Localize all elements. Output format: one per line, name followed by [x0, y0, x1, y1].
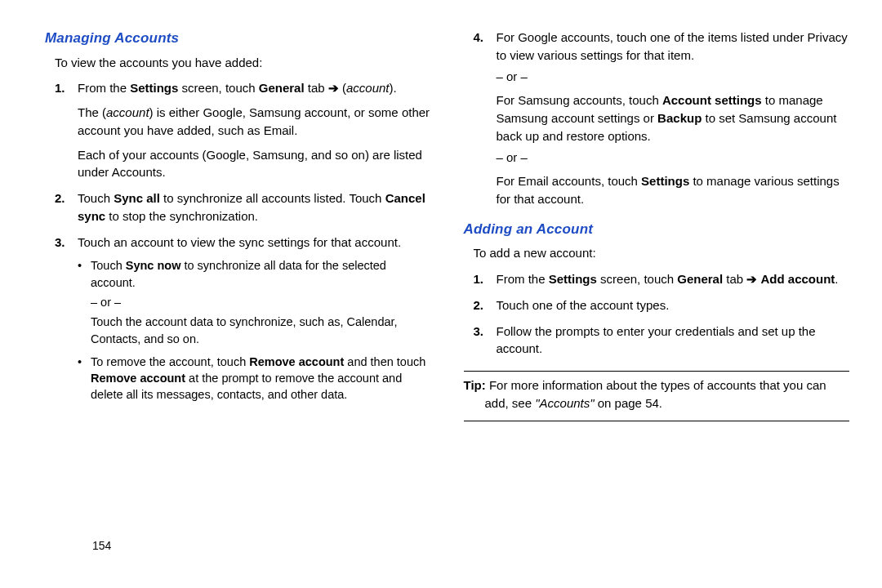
- t: Account settings: [662, 93, 762, 107]
- t: For Samsung accounts, touch: [497, 93, 662, 107]
- t: and then touch: [344, 355, 425, 368]
- t: ).: [390, 81, 397, 95]
- step-para: For Samsung accounts, touch Account sett…: [497, 91, 850, 145]
- add-step-1: 1. From the Settings screen, touch Gener…: [474, 270, 850, 288]
- t: Settings: [641, 174, 689, 188]
- bullet-item: Touch Sync now to synchronize all data f…: [78, 257, 431, 346]
- intro-text: To view the accounts you have added:: [55, 54, 431, 72]
- or-divider: – or –: [497, 68, 850, 86]
- t: Touch: [78, 191, 114, 205]
- step-text: From the Settings screen, touch General …: [78, 81, 397, 95]
- step-number: 1.: [55, 79, 65, 97]
- step-text: For Google accounts, touch one of the it…: [497, 30, 848, 62]
- t: on page 54.: [595, 396, 662, 410]
- t: For Email accounts, touch: [497, 174, 642, 188]
- numbered-list-add: 1. From the Settings screen, touch Gener…: [474, 270, 850, 358]
- t: The (: [78, 105, 106, 119]
- bullet-sub: Touch the account data to synchronize, s…: [91, 314, 431, 347]
- t: Settings: [130, 81, 178, 95]
- step-4: 4. For Google accounts, touch one of the…: [474, 29, 850, 208]
- step-text: Touch Sync all to synchronize all accoun…: [78, 191, 425, 223]
- or-divider: – or –: [497, 149, 850, 167]
- bullet-list: Touch Sync now to synchronize all data f…: [78, 257, 431, 403]
- t: Sync all: [114, 191, 160, 205]
- tip-box: Tip: For more information about the type…: [464, 371, 850, 421]
- t: screen, touch: [597, 272, 677, 286]
- page-number: 154: [92, 537, 111, 554]
- bullet-item: To remove the account, touch Remove acco…: [78, 354, 431, 403]
- manual-page: Managing Accounts To view the accounts y…: [45, 29, 849, 572]
- t: Remove account: [91, 372, 185, 385]
- add-step-3: 3. Follow the prompts to enter your cred…: [474, 323, 850, 359]
- numbered-list: 1. From the Settings screen, touch Gener…: [55, 79, 431, 403]
- arrow-icon: ➔: [746, 272, 757, 286]
- t: account: [346, 81, 390, 95]
- step-number: 2.: [474, 296, 484, 314]
- step-2: 2. Touch Sync all to synchronize all acc…: [55, 189, 431, 225]
- t: "Accounts": [535, 396, 594, 410]
- step-text: Follow the prompts to enter your credent…: [497, 324, 816, 356]
- step-number: 1.: [474, 270, 484, 288]
- t: screen, touch: [178, 81, 258, 95]
- t: Touch: [91, 259, 126, 272]
- step-number: 3.: [474, 323, 484, 341]
- t: Add account: [761, 272, 835, 286]
- right-column: 4. For Google accounts, touch one of the…: [464, 29, 850, 421]
- intro-text: To add a new account:: [474, 244, 850, 262]
- step-text: From the Settings screen, touch General …: [497, 272, 839, 286]
- step-text: Touch one of the account types.: [497, 298, 670, 312]
- step-para: For Email accounts, touch Settings to ma…: [497, 172, 850, 208]
- arrow-icon: ➔: [328, 81, 339, 95]
- t: From the: [78, 81, 130, 95]
- t: to stop the synchronization.: [105, 209, 258, 223]
- t: To remove the account, touch: [91, 355, 249, 368]
- t: tab: [305, 81, 328, 95]
- numbered-list-cont: 4. For Google accounts, touch one of the…: [474, 29, 850, 208]
- step-3: 3. Touch an account to view the sync set…: [55, 234, 431, 403]
- t: Backup: [657, 111, 702, 125]
- step-text: Touch an account to view the sync settin…: [78, 235, 401, 249]
- step-1: 1. From the Settings screen, touch Gener…: [55, 79, 431, 181]
- t: General: [259, 81, 305, 95]
- t: Sync now: [126, 259, 181, 272]
- tip-text: Tip: For more information about the type…: [464, 376, 850, 412]
- left-column: Managing Accounts To view the accounts y…: [45, 29, 431, 421]
- or-divider: – or –: [91, 294, 431, 310]
- t: tab: [723, 272, 746, 286]
- heading-adding-account: Adding an Account: [464, 220, 850, 240]
- t: account: [106, 105, 149, 119]
- step-number: 4.: [474, 29, 484, 47]
- step-para: Each of your accounts (Google, Samsung, …: [78, 146, 431, 182]
- step-number: 2.: [55, 189, 65, 207]
- step-para: The (account) is either Google, Samsung …: [78, 104, 431, 140]
- t: Remove account: [249, 355, 344, 368]
- t: From the: [497, 272, 549, 286]
- t: to synchronize all accounts listed. Touc…: [160, 191, 385, 205]
- t: Tip:: [464, 378, 486, 392]
- t: .: [835, 272, 838, 286]
- step-number: 3.: [55, 234, 65, 252]
- t: Settings: [549, 272, 597, 286]
- add-step-2: 2. Touch one of the account types.: [474, 296, 850, 314]
- two-column-layout: Managing Accounts To view the accounts y…: [45, 29, 849, 421]
- heading-managing-accounts: Managing Accounts: [45, 29, 431, 49]
- t: General: [677, 272, 723, 286]
